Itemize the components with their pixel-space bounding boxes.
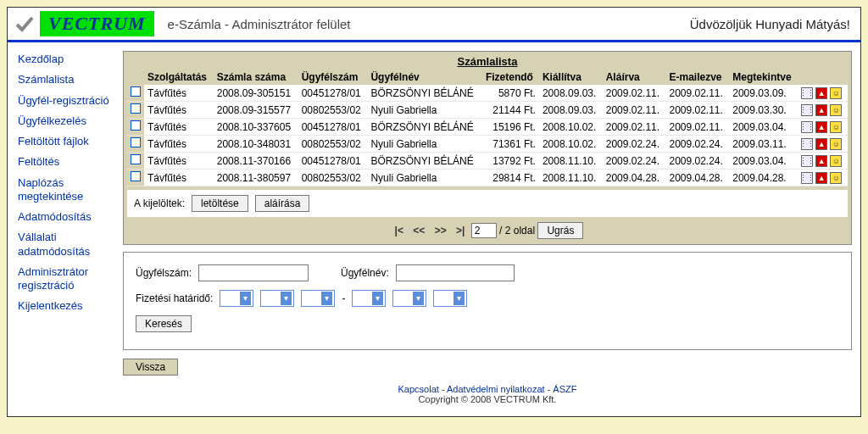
pager-total: / 2 oldal [499, 225, 535, 236]
pager-next[interactable]: >> [435, 225, 447, 236]
welcome-text: Üdvözöljük Hunyadi Mátyás! [690, 17, 855, 31]
footer-aszf[interactable]: ÁSZF [553, 384, 576, 394]
logo: VECTRUM [13, 11, 154, 36]
nav-item-5[interactable]: Feltöltés [18, 155, 118, 169]
row-checkbox[interactable] [131, 86, 141, 97]
header-bar: VECTRUM e-Számla - Adminisztrátor felüle… [8, 8, 860, 42]
pdf-icon[interactable]: ▲ [815, 155, 827, 167]
pdf-icon[interactable]: ▲ [815, 87, 827, 99]
nav-item-0[interactable]: Kezdőlap [18, 53, 118, 66]
col-header: Megtekintve [729, 70, 798, 85]
nav-item-9[interactable]: Adminisztrátor regisztráció [18, 265, 118, 293]
details-icon[interactable]: ⋮⋮ [801, 172, 813, 184]
print-icon[interactable]: ☺ [830, 87, 842, 99]
brand-text: VECTRUM [40, 11, 154, 36]
table-row: Távfűtés2008.09-30515100451278/01BÖRZSÖN… [127, 85, 848, 102]
col-header: Ügyfélszám [298, 70, 368, 85]
pager-prev[interactable]: << [413, 225, 425, 236]
page-title: e-Számla - Adminisztrátor felület [168, 17, 351, 31]
ugyfelszam-input[interactable] [198, 264, 309, 281]
selected-label: A kijelöltek: [134, 198, 185, 209]
pager: |< << >> >| / 2 oldal Ugrás [127, 217, 848, 241]
nav-item-8[interactable]: Vállalati adatmódosítás [18, 231, 118, 259]
row-checkbox[interactable] [131, 137, 141, 147]
nav-item-3[interactable]: Ügyfélkezelés [18, 114, 118, 128]
invoice-list-panel: Számlalista SzolgáltatásSzámla számaÜgyf… [123, 51, 852, 245]
date-dash: - [342, 292, 345, 304]
nav-item-7[interactable]: Adatmódosítás [18, 210, 118, 224]
col-header: Fizetendő [482, 70, 539, 85]
pager-page-input[interactable] [471, 223, 497, 238]
date-to-month[interactable] [392, 290, 426, 307]
row-checkbox[interactable] [131, 154, 141, 164]
back-button[interactable]: Vissza [123, 359, 178, 376]
date-from-day[interactable] [301, 290, 335, 307]
col-header: Ügyfélnév [367, 70, 481, 85]
ugyfelnev-input[interactable] [396, 264, 515, 281]
footer-adat[interactable]: Adatvédelmi nyilatkozat [447, 384, 545, 394]
details-icon[interactable]: ⋮⋮ [801, 155, 813, 167]
sign-button[interactable]: aláírása [255, 195, 310, 212]
invoice-table: SzolgáltatásSzámla számaÜgyfélszámÜgyfél… [127, 70, 848, 186]
nav-item-10[interactable]: Kijelentkezés [18, 299, 118, 313]
pdf-icon[interactable]: ▲ [815, 138, 827, 150]
pager-first[interactable]: |< [395, 225, 403, 236]
print-icon[interactable]: ☺ [830, 155, 842, 167]
list-title: Számlalista [127, 55, 848, 68]
details-icon[interactable]: ⋮⋮ [801, 87, 813, 99]
pager-last[interactable]: >| [456, 225, 465, 236]
details-icon[interactable]: ⋮⋮ [801, 121, 813, 133]
date-from-month[interactable] [260, 290, 294, 307]
details-icon[interactable]: ⋮⋮ [801, 138, 813, 150]
footer-kapcsolat[interactable]: Kapcsolat [398, 384, 439, 394]
print-icon[interactable]: ☺ [830, 104, 842, 116]
nav-item-1[interactable]: Számlalista [18, 73, 118, 86]
sidebar: KezdőlapSzámlalistaÜgyfél-regisztrációÜg… [8, 42, 118, 416]
table-row: Távfűtés2008.11-37016600451278/01BÖRZSÖN… [127, 153, 848, 170]
pdf-icon[interactable]: ▲ [815, 172, 827, 184]
col-header: Aláírva [603, 70, 666, 85]
table-row: Távfűtés2008.10-33760500451278/01BÖRZSÖN… [127, 119, 848, 136]
download-button[interactable]: letöltése [192, 195, 248, 212]
date-from-year[interactable] [220, 290, 253, 307]
nav-item-6[interactable]: Naplózás megtekintése [18, 176, 118, 204]
date-to-year[interactable] [352, 290, 386, 307]
print-icon[interactable]: ☺ [830, 121, 842, 133]
footer-copyright: Copyright © 2008 VECTRUM Kft. [123, 394, 852, 404]
row-checkbox[interactable] [131, 171, 141, 181]
table-row: Távfűtés2008.11-38059700802553/02Nyuli G… [127, 170, 848, 186]
pager-go-button[interactable]: Ugrás [537, 222, 583, 239]
pdf-icon[interactable]: ▲ [815, 121, 827, 133]
check-icon [13, 14, 36, 34]
date-to-day[interactable] [433, 290, 467, 307]
col-header: Szolgáltatás [144, 70, 214, 85]
col-header: E-mailezve [665, 70, 729, 85]
content-area: Számlalista SzolgáltatásSzámla számaÜgyf… [118, 42, 860, 416]
selection-actions: A kijelöltek: letöltése aláírása [127, 190, 848, 217]
details-icon[interactable]: ⋮⋮ [801, 104, 813, 116]
fhat-label: Fizetési határidő: [136, 292, 213, 304]
nav-item-2[interactable]: Ügyfél-regisztráció [18, 94, 118, 108]
nav-item-4[interactable]: Feltöltött fájlok [18, 135, 118, 148]
row-checkbox[interactable] [131, 103, 141, 114]
search-panel: Ügyfélszám: Ügyfélnév: Fizetési határidő… [123, 252, 852, 350]
ugyfelnev-label: Ügyfélnév: [341, 267, 389, 279]
table-row: Távfűtés2008.10-34803100802553/02Nyuli G… [127, 136, 848, 153]
col-header: Számla száma [214, 70, 298, 85]
pdf-icon[interactable]: ▲ [815, 104, 827, 116]
table-row: Távfűtés2008.09-31557700802553/02Nyuli G… [127, 102, 848, 119]
footer: Kapcsolat - Adatvédelmi nyilatkozat - ÁS… [123, 381, 852, 411]
print-icon[interactable]: ☺ [830, 172, 842, 184]
ugyfelszam-label: Ügyfélszám: [136, 267, 192, 279]
row-checkbox[interactable] [131, 120, 141, 131]
col-header: Kiállítva [539, 70, 603, 85]
print-icon[interactable]: ☺ [830, 138, 842, 150]
search-button[interactable]: Keresés [136, 315, 192, 332]
